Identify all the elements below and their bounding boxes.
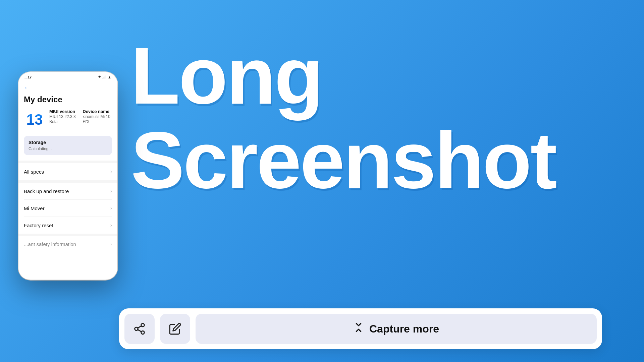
device-name-value: xiaomui's Mi 10 Pro: [83, 114, 112, 124]
share-button[interactable]: [124, 314, 155, 344]
menu-label-mi-mover: Mi Mover: [24, 205, 45, 211]
menu-gap-3: [18, 234, 117, 236]
status-icons: ★ ▲: [98, 75, 111, 79]
capture-more-label: Capture more: [369, 323, 439, 335]
storage-card[interactable]: Storage Calculating...: [24, 136, 112, 155]
storage-status: Calculating...: [29, 146, 107, 151]
device-card: 13 MIUI version MIUI 13 22.3.3 Beta Devi…: [18, 109, 117, 136]
screen-content: ← My device 13 MIUI version MIUI 13 22.3…: [18, 80, 117, 279]
headline-container: Long Screenshot: [131, 34, 556, 202]
miui-version-label: MIUI version: [49, 109, 79, 114]
page-title: My device: [18, 94, 117, 109]
signal-icon: [103, 75, 106, 79]
menu-label-safety: ...ant safety information: [24, 241, 76, 247]
back-button[interactable]: ←: [24, 84, 31, 91]
phone-mockup: ...17 ★ ▲ ← My device 13: [18, 72, 117, 280]
action-bar: Capture more: [119, 308, 602, 349]
chevron-icon-factory-reset: ›: [110, 222, 112, 228]
miui-logo: 13: [24, 109, 45, 130]
menu-label-factory-reset: Factory reset: [24, 223, 53, 228]
capture-more-icon: [353, 322, 364, 336]
device-name-col: Device name xiaomui's Mi 10 Pro: [83, 109, 112, 124]
chevron-icon-safety: ›: [110, 241, 112, 247]
nav-bar[interactable]: ←: [18, 80, 117, 94]
menu-item-factory-reset[interactable]: Factory reset ›: [18, 217, 117, 234]
device-name-label: Device name: [83, 109, 112, 114]
wifi-icon: ▲: [108, 75, 111, 79]
menu-label-all-specs: All specs: [24, 169, 44, 175]
miui-version-logo: 13: [26, 111, 43, 128]
chevron-icon-all-specs: ›: [110, 169, 112, 175]
menu-gap-1: [18, 161, 117, 163]
chevron-icon-backup: ›: [110, 188, 112, 194]
menu-item-all-specs[interactable]: All specs ›: [18, 163, 117, 180]
chevron-icon-mi-mover: ›: [110, 205, 112, 211]
svg-line-4: [138, 326, 142, 328]
menu-label-backup: Back up and restore: [24, 188, 69, 194]
headline-line1: Long: [131, 34, 556, 118]
edit-button[interactable]: [160, 314, 190, 344]
status-time: ...17: [24, 75, 32, 79]
device-version-col: MIUI version MIUI 13 22.3.3 Beta: [49, 109, 79, 124]
headline-line2: Screenshot: [131, 118, 556, 202]
edit-icon: [169, 322, 181, 335]
menu-item-backup[interactable]: Back up and restore ›: [18, 183, 117, 199]
arrows-icon: [353, 322, 364, 333]
share-icon: [133, 322, 146, 335]
menu-item-mi-mover[interactable]: Mi Mover ›: [18, 200, 117, 217]
miui-version-sub: Beta: [49, 119, 79, 124]
svg-line-3: [138, 329, 142, 331]
bluetooth-icon: ★: [98, 75, 101, 79]
menu-gap-2: [18, 180, 117, 183]
menu-item-safety[interactable]: ...ant safety information ›: [18, 236, 117, 252]
miui-version-value: MIUI 13 22.3.3: [49, 114, 79, 119]
phone-screen: ...17 ★ ▲ ← My device 13: [18, 72, 117, 280]
status-bar: ...17 ★ ▲: [18, 72, 117, 80]
storage-title: Storage: [29, 140, 107, 145]
capture-more-button[interactable]: Capture more: [196, 314, 597, 344]
